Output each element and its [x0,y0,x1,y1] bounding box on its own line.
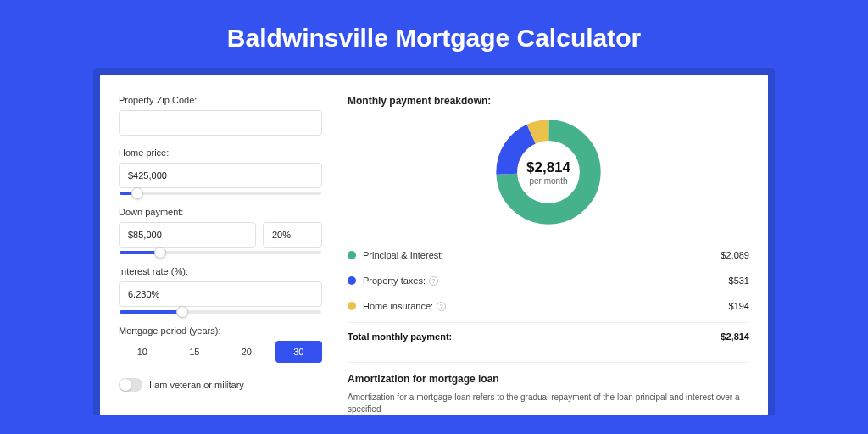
price-slider[interactable] [120,192,321,195]
price-label: Home price: [119,147,322,158]
row-insurance: Home insurance: ? $194 [348,293,749,319]
period-btn-10[interactable]: 10 [119,341,166,363]
amortization-section: Amortization for mortgage loan Amortizat… [348,362,749,415]
row-total: Total monthly payment: $2,814 [348,322,749,350]
donut-sub: per month [529,176,567,186]
rate-label: Interest rate (%): [119,266,322,276]
amort-text: Amortization for a mortgage loan refers … [348,392,749,415]
veteran-toggle[interactable] [119,378,142,392]
period-btn-15[interactable]: 15 [171,341,219,363]
veteran-row: I am veteran or military [119,378,322,392]
label-principal: Principal & Interest: [363,250,721,260]
row-principal: Principal & Interest: $2,089 [348,242,749,268]
down-pct-input[interactable] [263,222,322,248]
period-row: 10 15 20 30 [119,341,322,363]
breakdown-title: Monthly payment breakdown: [348,95,749,107]
rate-slider-fill [120,310,182,314]
down-input[interactable] [119,222,256,248]
down-slider-thumb[interactable] [154,247,166,259]
donut-center: $2,814 per month [493,117,604,227]
field-down: Down payment: [119,207,322,254]
label-insurance: Home insurance: ? [363,301,729,311]
period-btn-20[interactable]: 20 [223,341,270,363]
field-zip: Property Zip Code: [119,95,322,136]
veteran-label: I am veteran or military [149,380,244,390]
period-btn-30[interactable]: 30 [275,341,323,363]
info-icon[interactable]: ? [429,276,438,286]
price-slider-thumb[interactable] [131,187,143,199]
page-title: Baldwinsville Mortgage Calculator [0,0,868,68]
period-label: Mortgage period (years): [119,326,322,336]
val-principal: $2,089 [721,250,749,260]
rate-slider-thumb[interactable] [176,306,188,318]
inputs-column: Property Zip Code: Home price: Down paym… [119,95,322,415]
dot-taxes [348,276,356,285]
down-row [119,222,322,248]
label-taxes: Property taxes: ? [363,275,729,286]
field-price: Home price: [119,147,322,195]
donut-amount: $2,814 [526,159,570,176]
dot-principal [348,251,356,259]
amort-title: Amortization for mortgage loan [348,373,749,385]
down-slider[interactable] [120,251,321,254]
rate-slider[interactable] [120,310,321,314]
donut-chart: $2,814 per month [493,117,604,227]
zip-input[interactable] [119,110,322,136]
val-insurance: $194 [729,301,749,311]
down-label: Down payment: [119,207,322,217]
label-total: Total monthly payment: [348,331,721,342]
dot-insurance [348,302,356,310]
info-icon[interactable]: ? [437,302,446,311]
val-taxes: $531 [729,275,749,286]
rate-input[interactable] [119,281,322,307]
results-column: Monthly payment breakdown: $2,814 per mo… [344,95,749,415]
field-period: Mortgage period (years): 10 15 20 30 [119,326,322,363]
zip-label: Property Zip Code: [119,95,322,105]
veteran-toggle-dot [120,379,131,391]
calculator-inner: Property Zip Code: Home price: Down paym… [100,75,768,415]
price-input[interactable] [119,163,322,188]
val-total: $2,814 [721,331,749,342]
calculator-card: Property Zip Code: Home price: Down paym… [93,68,775,415]
field-rate: Interest rate (%): [119,266,322,314]
row-taxes: Property taxes: ? $531 [348,268,749,293]
